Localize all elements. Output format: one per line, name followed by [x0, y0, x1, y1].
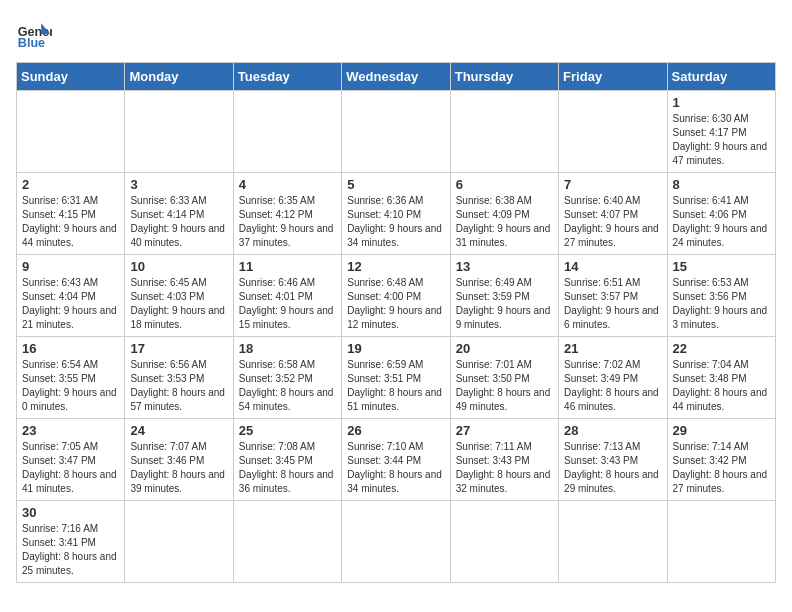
week-row-5: 30Sunrise: 7:16 AM Sunset: 3:41 PM Dayli…: [17, 501, 776, 583]
weekday-header-thursday: Thursday: [450, 63, 558, 91]
day-cell: 24Sunrise: 7:07 AM Sunset: 3:46 PM Dayli…: [125, 419, 233, 501]
day-info: Sunrise: 6:51 AM Sunset: 3:57 PM Dayligh…: [564, 276, 661, 332]
day-cell: [125, 501, 233, 583]
day-info: Sunrise: 6:38 AM Sunset: 4:09 PM Dayligh…: [456, 194, 553, 250]
day-cell: 10Sunrise: 6:45 AM Sunset: 4:03 PM Dayli…: [125, 255, 233, 337]
day-cell: 15Sunrise: 6:53 AM Sunset: 3:56 PM Dayli…: [667, 255, 775, 337]
day-cell: [125, 91, 233, 173]
day-cell: [450, 91, 558, 173]
week-row-3: 16Sunrise: 6:54 AM Sunset: 3:55 PM Dayli…: [17, 337, 776, 419]
day-info: Sunrise: 6:48 AM Sunset: 4:00 PM Dayligh…: [347, 276, 444, 332]
day-cell: 20Sunrise: 7:01 AM Sunset: 3:50 PM Dayli…: [450, 337, 558, 419]
day-number: 24: [130, 423, 227, 438]
day-info: Sunrise: 6:40 AM Sunset: 4:07 PM Dayligh…: [564, 194, 661, 250]
day-number: 16: [22, 341, 119, 356]
day-cell: 21Sunrise: 7:02 AM Sunset: 3:49 PM Dayli…: [559, 337, 667, 419]
weekday-header-tuesday: Tuesday: [233, 63, 341, 91]
day-cell: 22Sunrise: 7:04 AM Sunset: 3:48 PM Dayli…: [667, 337, 775, 419]
day-info: Sunrise: 6:33 AM Sunset: 4:14 PM Dayligh…: [130, 194, 227, 250]
day-number: 29: [673, 423, 770, 438]
day-cell: 18Sunrise: 6:58 AM Sunset: 3:52 PM Dayli…: [233, 337, 341, 419]
weekday-header-wednesday: Wednesday: [342, 63, 450, 91]
day-info: Sunrise: 7:13 AM Sunset: 3:43 PM Dayligh…: [564, 440, 661, 496]
day-number: 1: [673, 95, 770, 110]
day-number: 22: [673, 341, 770, 356]
day-number: 5: [347, 177, 444, 192]
day-info: Sunrise: 7:07 AM Sunset: 3:46 PM Dayligh…: [130, 440, 227, 496]
week-row-4: 23Sunrise: 7:05 AM Sunset: 3:47 PM Dayli…: [17, 419, 776, 501]
header: General Blue: [16, 16, 776, 52]
day-info: Sunrise: 6:59 AM Sunset: 3:51 PM Dayligh…: [347, 358, 444, 414]
day-number: 18: [239, 341, 336, 356]
day-cell: 5Sunrise: 6:36 AM Sunset: 4:10 PM Daylig…: [342, 173, 450, 255]
day-number: 30: [22, 505, 119, 520]
day-number: 23: [22, 423, 119, 438]
day-cell: 7Sunrise: 6:40 AM Sunset: 4:07 PM Daylig…: [559, 173, 667, 255]
day-cell: [233, 501, 341, 583]
day-cell: [559, 501, 667, 583]
day-cell: 19Sunrise: 6:59 AM Sunset: 3:51 PM Dayli…: [342, 337, 450, 419]
day-number: 11: [239, 259, 336, 274]
day-number: 28: [564, 423, 661, 438]
day-number: 21: [564, 341, 661, 356]
weekday-header-monday: Monday: [125, 63, 233, 91]
day-cell: 16Sunrise: 6:54 AM Sunset: 3:55 PM Dayli…: [17, 337, 125, 419]
day-number: 13: [456, 259, 553, 274]
day-cell: [233, 91, 341, 173]
day-info: Sunrise: 7:10 AM Sunset: 3:44 PM Dayligh…: [347, 440, 444, 496]
day-cell: 30Sunrise: 7:16 AM Sunset: 3:41 PM Dayli…: [17, 501, 125, 583]
day-number: 15: [673, 259, 770, 274]
day-number: 20: [456, 341, 553, 356]
day-number: 10: [130, 259, 227, 274]
day-cell: 9Sunrise: 6:43 AM Sunset: 4:04 PM Daylig…: [17, 255, 125, 337]
day-cell: 23Sunrise: 7:05 AM Sunset: 3:47 PM Dayli…: [17, 419, 125, 501]
day-info: Sunrise: 6:49 AM Sunset: 3:59 PM Dayligh…: [456, 276, 553, 332]
day-cell: 17Sunrise: 6:56 AM Sunset: 3:53 PM Dayli…: [125, 337, 233, 419]
day-info: Sunrise: 6:31 AM Sunset: 4:15 PM Dayligh…: [22, 194, 119, 250]
day-cell: 2Sunrise: 6:31 AM Sunset: 4:15 PM Daylig…: [17, 173, 125, 255]
day-cell: 27Sunrise: 7:11 AM Sunset: 3:43 PM Dayli…: [450, 419, 558, 501]
day-cell: 12Sunrise: 6:48 AM Sunset: 4:00 PM Dayli…: [342, 255, 450, 337]
day-info: Sunrise: 6:56 AM Sunset: 3:53 PM Dayligh…: [130, 358, 227, 414]
svg-text:Blue: Blue: [18, 36, 45, 50]
day-cell: 26Sunrise: 7:10 AM Sunset: 3:44 PM Dayli…: [342, 419, 450, 501]
day-info: Sunrise: 6:58 AM Sunset: 3:52 PM Dayligh…: [239, 358, 336, 414]
day-info: Sunrise: 7:02 AM Sunset: 3:49 PM Dayligh…: [564, 358, 661, 414]
day-cell: 6Sunrise: 6:38 AM Sunset: 4:09 PM Daylig…: [450, 173, 558, 255]
day-cell: 29Sunrise: 7:14 AM Sunset: 3:42 PM Dayli…: [667, 419, 775, 501]
day-number: 6: [456, 177, 553, 192]
day-info: Sunrise: 7:01 AM Sunset: 3:50 PM Dayligh…: [456, 358, 553, 414]
day-info: Sunrise: 6:53 AM Sunset: 3:56 PM Dayligh…: [673, 276, 770, 332]
day-number: 27: [456, 423, 553, 438]
week-row-2: 9Sunrise: 6:43 AM Sunset: 4:04 PM Daylig…: [17, 255, 776, 337]
day-info: Sunrise: 6:36 AM Sunset: 4:10 PM Dayligh…: [347, 194, 444, 250]
day-cell: 4Sunrise: 6:35 AM Sunset: 4:12 PM Daylig…: [233, 173, 341, 255]
day-cell: [667, 501, 775, 583]
day-number: 12: [347, 259, 444, 274]
day-cell: 25Sunrise: 7:08 AM Sunset: 3:45 PM Dayli…: [233, 419, 341, 501]
day-number: 3: [130, 177, 227, 192]
day-info: Sunrise: 7:08 AM Sunset: 3:45 PM Dayligh…: [239, 440, 336, 496]
weekday-header-saturday: Saturday: [667, 63, 775, 91]
day-cell: [342, 91, 450, 173]
day-number: 14: [564, 259, 661, 274]
day-cell: [450, 501, 558, 583]
day-info: Sunrise: 6:46 AM Sunset: 4:01 PM Dayligh…: [239, 276, 336, 332]
day-info: Sunrise: 7:11 AM Sunset: 3:43 PM Dayligh…: [456, 440, 553, 496]
day-cell: 13Sunrise: 6:49 AM Sunset: 3:59 PM Dayli…: [450, 255, 558, 337]
day-cell: 28Sunrise: 7:13 AM Sunset: 3:43 PM Dayli…: [559, 419, 667, 501]
week-row-1: 2Sunrise: 6:31 AM Sunset: 4:15 PM Daylig…: [17, 173, 776, 255]
day-number: 26: [347, 423, 444, 438]
day-number: 19: [347, 341, 444, 356]
day-info: Sunrise: 6:30 AM Sunset: 4:17 PM Dayligh…: [673, 112, 770, 168]
day-cell: 14Sunrise: 6:51 AM Sunset: 3:57 PM Dayli…: [559, 255, 667, 337]
day-info: Sunrise: 7:16 AM Sunset: 3:41 PM Dayligh…: [22, 522, 119, 578]
day-cell: [342, 501, 450, 583]
day-info: Sunrise: 6:45 AM Sunset: 4:03 PM Dayligh…: [130, 276, 227, 332]
day-number: 9: [22, 259, 119, 274]
day-info: Sunrise: 6:43 AM Sunset: 4:04 PM Dayligh…: [22, 276, 119, 332]
day-info: Sunrise: 7:14 AM Sunset: 3:42 PM Dayligh…: [673, 440, 770, 496]
logo: General Blue: [16, 16, 56, 52]
calendar: SundayMondayTuesdayWednesdayThursdayFrid…: [16, 62, 776, 583]
logo-icon: General Blue: [16, 16, 52, 52]
